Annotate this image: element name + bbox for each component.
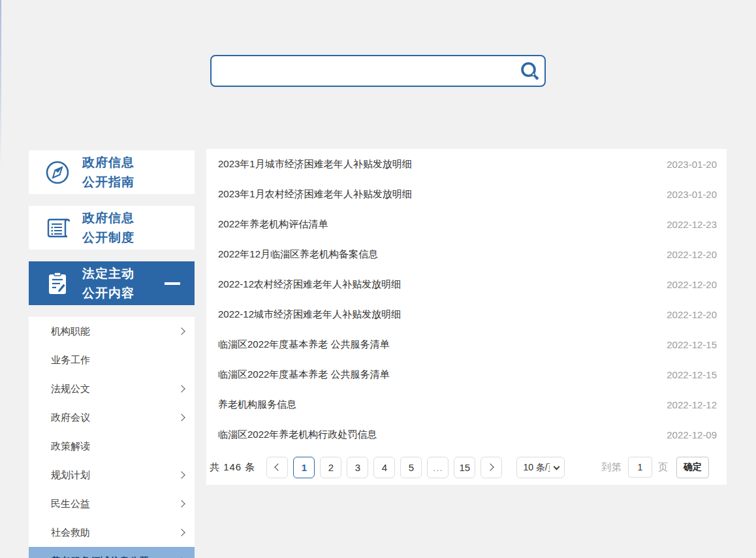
sidebar-submenu: 机构职能 业务工作 法规公文 政府会议 政策解读 规划计划 民生公益 社会救助 [29,317,195,558]
list-item[interactable]: 2023年1月城市经济困难老年人补贴发放明细 2023-01-20 [206,149,727,179]
submenu-item-social-assistance[interactable]: 社会救助 [29,518,195,547]
chevron-right-icon [178,471,185,478]
confirm-button[interactable]: 确定 [676,457,709,478]
list-item[interactable]: 2022年养老机构评估清单 2022-12-23 [206,209,727,239]
page-button-3[interactable]: 3 [347,457,368,478]
submenu-item-agency-functions[interactable]: 机构职能 [29,317,195,346]
clipboard-pencil-icon [40,271,74,297]
list-item[interactable]: 2022-12农村经济困难老年人补贴发放明细 2022-12-20 [206,269,727,299]
sidebar-item-label: 政府信息 公开指南 [82,153,134,192]
submenu-item-public-welfare[interactable]: 民生公益 [29,489,195,518]
sidebar: 政府信息 公开指南 政府信息 公开制度 [29,150,195,558]
sidebar-item-label: 法定主动 公开内容 [82,264,134,303]
left-edge-decoration [0,0,1,558]
list-item-date: 2022-12-15 [667,369,717,380]
list-item-title: 养老机构服务信息 [218,399,296,411]
submenu-item-planning[interactable]: 规划计划 [29,461,195,489]
list-item-title: 临淄区2022年养老机构行政处罚信息 [218,429,377,441]
list-item-date: 2022-12-20 [667,279,717,290]
list-item[interactable]: 临淄区2022年度基本养老 公共服务清单 2022-12-15 [206,359,727,389]
list-item-title: 2023年1月农村经济困难老年人补贴发放明细 [218,188,412,201]
list-item-title: 2022-12农村经济困难老年人补贴发放明细 [218,278,401,291]
list-item[interactable]: 养老机构服务信息 2022-12-12 [206,389,727,419]
submenu-item-government-meetings[interactable]: 政府会议 [29,403,195,432]
list-item[interactable]: 2023年1月农村经济困难老年人补贴发放明细 2023-01-20 [206,179,727,209]
sidebar-item-statutory-disclosure[interactable]: 法定主动 公开内容 [29,261,195,305]
chevron-right-icon [178,500,185,507]
page-button-15[interactable]: 15 [454,457,475,478]
list-item-date: 2022-12-23 [667,219,717,230]
compass-icon [40,159,74,186]
goto-suffix-label: 页 [658,461,669,474]
list-item-title: 临淄区2022年度基本养老 公共服务清单 [218,338,390,351]
chevron-right-icon [178,385,185,392]
chevron-right-icon [178,414,185,421]
list-item-date: 2022-12-20 [667,249,717,260]
chevron-right-icon [178,327,185,335]
goto-prefix-label: 到第 [601,461,622,474]
page-button-4[interactable]: 4 [373,457,395,478]
list-item-date: 2022-12-20 [667,309,717,320]
submenu-item-policy-interpretation[interactable]: 政策解读 [29,432,195,461]
next-page-button[interactable] [480,457,502,478]
page-button-1[interactable]: 1 [293,457,315,478]
search-input[interactable] [212,56,516,86]
document-icon [40,215,74,241]
list-item[interactable]: 临淄区2022年度基本养老 公共服务清单 2022-12-15 [206,329,727,359]
list-item-title: 2022年12月临淄区养老机构备案信息 [218,248,378,261]
chevron-right-icon [487,463,494,470]
list-item-date: 2023-01-20 [667,189,717,200]
page-ellipsis-button[interactable]: ... [427,457,449,478]
search-button[interactable] [516,56,544,86]
chevron-right-icon [178,529,185,536]
list-item[interactable]: 2022年12月临淄区养老机构备案信息 2022-12-20 [206,239,727,269]
sidebar-item-label: 政府信息 公开制度 [82,208,134,248]
search-bar [210,55,546,87]
list-item-date: 2022-12-12 [667,399,717,410]
sidebar-item-open-system[interactable]: 政府信息 公开制度 [29,206,195,250]
list-item-title: 临淄区2022年度基本养老 公共服务清单 [218,369,390,381]
submenu-item-business-work[interactable]: 业务工作 [29,346,195,374]
goto-page-input[interactable] [628,457,652,478]
list-item-date: 2022-12-15 [667,339,717,350]
list-item-title: 2022年养老机构评估清单 [218,218,328,231]
total-count-label: 共 146 条 [210,461,255,474]
list-item-date: 2022-12-09 [667,429,717,440]
search-icon [520,61,541,82]
page-button-5[interactable]: 5 [400,457,422,478]
submenu-item-regulations[interactable]: 法规公文 [29,374,195,403]
list-item-date: 2023-01-20 [667,159,717,170]
goto-page-group: 到第 页 确定 [601,457,709,478]
list-item[interactable]: 临淄区2022年养老机构行政处罚信息 2022-12-09 [206,419,727,450]
page-button-2[interactable]: 2 [320,457,341,478]
chevron-left-icon [275,463,282,470]
collapse-minus-icon[interactable] [165,282,180,285]
submenu-item-elderly-care-disclosure[interactable]: 养老服务领域信息公开... [29,547,195,558]
list-item-title: 2023年1月城市经济困难老年人补贴发放明细 [218,158,412,171]
list-item[interactable]: 2022-12城市经济困难老年人补贴发放明细 2022-12-20 [206,299,727,329]
sidebar-item-open-guide[interactable]: 政府信息 公开指南 [29,150,195,194]
pagination-bar: 共 146 条 1 2 3 4 5 ... 15 10 条/页 到第 页 确定 [206,450,727,485]
page-size-select[interactable]: 10 条/页 [516,457,565,478]
page-size-select-wrap: 10 条/页 [516,457,565,478]
list-item-title: 2022-12城市经济困难老年人补贴发放明细 [218,308,401,321]
prev-page-button[interactable] [266,457,288,478]
document-list-panel: 2023年1月城市经济困难老年人补贴发放明细 2023-01-20 2023年1… [206,149,727,485]
